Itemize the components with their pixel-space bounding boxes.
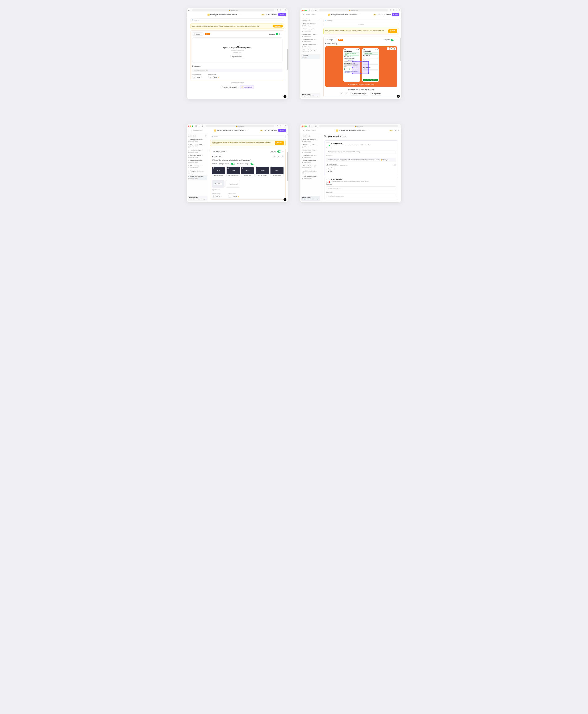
- create-scratch-button[interactable]: ✎Create from Scratch: [220, 85, 238, 89]
- close-icon[interactable]: ×: [224, 167, 225, 168]
- mic-icon[interactable]: 🎤: [281, 155, 284, 158]
- user-badge[interactable]: BF: [261, 14, 265, 16]
- sparkle-icon: ✨: [241, 86, 243, 88]
- crop-icon[interactable]: ⛶: [387, 47, 390, 50]
- pro-banner: Some Questions in this quiz are PRO Feat…: [190, 23, 284, 29]
- app-bar: UI Design Fundamentals & Best Practice ☁…: [187, 12, 288, 17]
- search-icon: 🔍: [192, 19, 193, 21]
- add-hotspot-button[interactable]: ＋ Add another hotspot: [350, 92, 368, 95]
- back-button[interactable]: ‹: [302, 13, 305, 16]
- hotspot-selection[interactable]: ✓ Correct ×: [352, 61, 369, 73]
- failed-title-input[interactable]: Write a failed title here: [326, 186, 396, 190]
- passed-desc-input[interactable]: you have answered the question well! You…: [326, 158, 396, 162]
- question-type-chip[interactable]: ◎Hospot⌄: [192, 32, 204, 36]
- add-media-button[interactable]: ＋ Add: [326, 170, 334, 173]
- info-icon[interactable]: ⓘ: [401, 18, 401, 20]
- result-card[interactable]: Result Screen Set your Passed/failed mes…: [301, 93, 320, 98]
- fail-icon: [326, 179, 330, 182]
- sidebar-item[interactable]: 1What does UI stand fo...▦Multiple choic…: [301, 22, 320, 27]
- preview-button[interactable]: ▷Preview: [271, 14, 277, 16]
- pass-card: If user passedIf the user completes it s…: [324, 140, 398, 175]
- replace-all-button[interactable]: ⟲ Replace All: [370, 92, 382, 95]
- page-title: Set your result screen: [324, 135, 398, 137]
- search-input[interactable]: 🔍Search...: [190, 19, 284, 22]
- pencil-icon: ✎: [223, 86, 224, 88]
- est-mins-input[interactable]: 2: [192, 76, 196, 79]
- add-question-button[interactable]: ＋: [318, 19, 320, 21]
- sidebar-icon[interactable]: ▥: [309, 9, 310, 11]
- undo-button[interactable]: ↶: [340, 92, 343, 95]
- image-upload-icon: [235, 42, 240, 46]
- passed-title-input[interactable]: Thank you for taking the time to complet…: [326, 150, 396, 154]
- points-input[interactable]: 1: [208, 76, 212, 79]
- question-sidebar: QUESTION(7)＋ 1What does UI stand fo...▦M…: [300, 17, 321, 99]
- upload-area[interactable]: Upload an image to draw a hotspot area D…: [192, 37, 282, 63]
- cloud-icon: ☁: [238, 14, 239, 15]
- hotspot-panel: ◎Hospot⌄ ✦ Pro Required⋯ Upload an image…: [190, 30, 284, 80]
- tabs-icon[interactable]: ⧉: [285, 9, 287, 11]
- publish-button[interactable]: Publish: [278, 13, 286, 16]
- fail-card: If Usser FailedIf the user Failed it suc…: [324, 177, 398, 200]
- browser-chrome: ◐ 🔒 trenning.app ⊕ ⇪ ＋ ⧉: [187, 8, 288, 12]
- gear-icon[interactable]: ⚙: [268, 14, 270, 16]
- percent-card[interactable]: 🖼97%: [212, 180, 225, 188]
- pass-icon: [326, 142, 330, 146]
- more-icon[interactable]: ⋯: [281, 33, 282, 35]
- pro-badge: ✦ Pro: [205, 33, 210, 35]
- upgrade-button[interactable]: Upgrade ✦: [273, 25, 283, 27]
- choices-grid: ×FontPlayfair Display ×FontDM Serif Disp…: [212, 167, 284, 177]
- shield-icon: ◐: [188, 9, 190, 11]
- drag-handle-icon[interactable]: ⋮⋮: [207, 150, 210, 152]
- create-ai-button[interactable]: ✨Create with AI: [239, 85, 254, 89]
- hotspot-canvas[interactable]: ⛶ 🖼 🗑 9:41●●● ⦿ ▮ BURGER CRAFT 150 Joine…: [325, 46, 397, 87]
- doc-title[interactable]: UI Design Fundamentals & Best Practice ☁…: [208, 14, 241, 16]
- back-icon[interactable]: ‹: [311, 9, 312, 11]
- plus-icon[interactable]: ＋: [282, 9, 284, 11]
- add-button[interactable]: ＋: [378, 13, 380, 16]
- share-icon[interactable]: ⇪: [279, 9, 281, 11]
- code-icon[interactable]: ⎘: [277, 155, 280, 158]
- window-c: ▥ ‹› ◐ 🔒 trenning.app ⊕⇪＋⧉ ‹Edited Just …: [187, 124, 288, 202]
- help-button[interactable]: ?: [284, 95, 287, 98]
- chevron-down-icon: ⌄: [201, 33, 202, 35]
- add-answers-button[interactable]: ＋ Add answers: [226, 180, 240, 188]
- failed-desc-input[interactable]: Write failed message here: [326, 194, 396, 198]
- chevron-down-icon: ⌄: [240, 14, 241, 15]
- gear-icon[interactable]: ⚙: [382, 14, 383, 16]
- download-icon[interactable]: ⊕: [277, 9, 278, 11]
- forward-icon: ›: [313, 9, 314, 11]
- custom-button-toggle[interactable]: [393, 164, 396, 166]
- doc-icon: [208, 14, 210, 16]
- required-toggle[interactable]: [276, 33, 280, 35]
- upload-button[interactable]: Upload Photo ⇧: [230, 55, 244, 58]
- window-d: ▥ ‹› ◐ 🔒 trenning.app ‹Edited Just now U…: [300, 124, 401, 202]
- image-answer-toggle[interactable]: [251, 163, 254, 165]
- window-b: ▥ ‹› ◐ 🔒 trenning.app ⊕⇪＋⧉ ‹ Edited Just…: [300, 8, 401, 99]
- redo-button[interactable]: ↷: [345, 92, 348, 95]
- choice-card[interactable]: ×FontPlayfair Display: [212, 167, 225, 177]
- continue-button[interactable]: Continue: [323, 23, 399, 26]
- image-icon[interactable]: 🖼: [273, 155, 276, 158]
- image-icon[interactable]: 🖼: [390, 47, 393, 50]
- phone-mock-1: 9:41●●● ⦿ ▮ BURGER CRAFT 150 Joined! +9%…: [343, 48, 360, 82]
- window-a: ◐ 🔒 trenning.app ⊕ ⇪ ＋ ⧉ UI Design Funda…: [187, 8, 288, 99]
- question-input[interactable]: Type your question here: [192, 69, 282, 72]
- multi-answer-toggle[interactable]: [231, 163, 235, 165]
- clock-icon[interactable]: ◴: [266, 14, 267, 16]
- trash-icon[interactable]: 🗑: [393, 47, 396, 50]
- play-icon: ▷: [271, 14, 272, 16]
- lock-icon: 🔒: [229, 9, 230, 11]
- target-icon: ◎: [194, 33, 195, 35]
- info-icon[interactable]: ⓘ: [201, 76, 202, 78]
- shield-icon: ◐: [315, 9, 317, 11]
- url-bar[interactable]: 🔒 trenning.app: [192, 9, 274, 11]
- scrollbar[interactable]: [287, 49, 288, 70]
- question-icon: ▦: [192, 65, 194, 67]
